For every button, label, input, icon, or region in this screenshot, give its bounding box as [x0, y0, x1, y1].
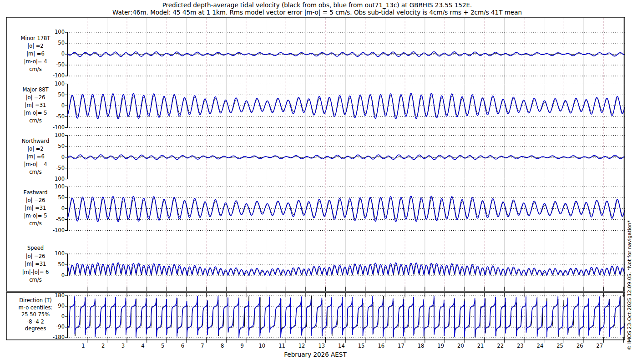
panel-label-northward-line3: |m| =6: [5, 153, 66, 161]
panel-label-minor-line4: |m-o|= 4: [5, 58, 66, 66]
panel-direction: [65, 296, 625, 338]
panel-label-major-line1: Major 88T: [5, 86, 66, 94]
panel-label-speed-line4: |m|-|o|= 6: [5, 269, 66, 277]
day-label-26: 26: [573, 343, 586, 349]
x-axis-month-label: February 2026 AEST: [156, 351, 475, 358]
tidal-velocity-figure: Predicted depth-average tidal velocity (…: [0, 0, 637, 364]
day-label-25: 25: [553, 343, 567, 349]
day-label-1: 1: [76, 343, 90, 349]
day-label-17: 17: [394, 343, 408, 349]
panel-label-direction-line1: Direction (T): [5, 297, 66, 304]
panel-label-direction-line4: -8 -4 2: [5, 318, 66, 326]
panel-label-eastward-line1: Eastward: [5, 189, 66, 197]
day-label-22: 22: [494, 343, 507, 349]
model-curve-eastward: [67, 196, 625, 222]
model-curve-major: [67, 93, 625, 119]
panel-label-major-line2: |o| =26: [5, 94, 66, 102]
day-label-19: 19: [434, 343, 448, 349]
y-tick-label-major: 100: [39, 81, 65, 87]
y-tick-label-eastward: 100: [39, 183, 65, 190]
panel-label-major-line4: |m-o|= 5: [5, 110, 66, 117]
day-label-3: 3: [116, 343, 130, 349]
panel-label-speed-line3: |m| =31: [5, 261, 66, 269]
figure-title-line1: Predicted depth-average tidal velocity (…: [6, 1, 628, 9]
day-label-23: 23: [513, 343, 527, 349]
panel-minor: [65, 32, 625, 76]
day-label-4: 4: [136, 343, 150, 349]
panel-northward: [65, 136, 625, 179]
panel-label-minor-line5: cm/s: [5, 66, 66, 74]
panel-label-northward-line1: Northward: [5, 138, 66, 146]
panel-label-direction-line3: 25 50 75%: [5, 311, 66, 318]
chart-canvas: [0, 0, 637, 364]
panel-label-speed-line2: |o| =26: [5, 253, 66, 261]
day-label-27: 27: [593, 343, 607, 349]
panel-label-direction-line5: degrees: [5, 325, 66, 333]
day-label-12: 12: [295, 343, 308, 349]
panel-major: [65, 84, 625, 128]
y-tick-label-northward: 100: [39, 132, 65, 138]
day-label-21: 21: [474, 343, 487, 349]
day-label-16: 16: [374, 343, 388, 349]
day-label-5: 5: [156, 343, 170, 349]
panel-speed: [65, 254, 625, 276]
y-tick-label-minor: 100: [39, 29, 65, 35]
panel-label-eastward-line3: |m| =31: [5, 205, 66, 212]
frame-box-velocity: [6, 17, 625, 291]
day-label-14: 14: [334, 343, 348, 349]
day-label-6: 6: [176, 343, 189, 349]
day-label-7: 7: [196, 343, 209, 349]
day-label-10: 10: [255, 343, 269, 349]
panel-label-speed-line1: Speed: [5, 245, 66, 253]
day-label-20: 20: [454, 343, 467, 349]
panel-label-minor-line3: |m| =6: [5, 51, 66, 58]
day-label-24: 24: [533, 343, 547, 349]
panel-label-minor-line2: |o| =2: [5, 43, 66, 51]
day-label-15: 15: [354, 343, 368, 349]
panel-eastward: [65, 187, 625, 231]
panel-label-northward-line2: |o| =2: [5, 146, 66, 153]
panel-label-northward-line5: cm/s: [5, 169, 66, 177]
panel-label-eastward-line5: cm/s: [5, 220, 66, 228]
panel-label-speed-line5: cm/s: [5, 277, 66, 285]
figure-title-line2: Water:46m. Model: 45 45m at 1 1km. Rms m…: [6, 9, 628, 16]
panel-label-major-line5: cm/s: [5, 117, 66, 125]
day-label-11: 11: [275, 343, 289, 349]
x-axis-ticks: [87, 287, 624, 343]
panel-label-eastward-line2: |o| =26: [5, 197, 66, 205]
copyright-watermark: © IMOS 23-Oct-2025 12:09:05. *Not for na…: [627, 16, 634, 350]
day-label-13: 13: [315, 343, 329, 349]
panel-label-direction-line2: m-o centiles:: [5, 304, 66, 312]
panel-label-major-line3: |m| =31: [5, 102, 66, 110]
day-label-8: 8: [216, 343, 229, 349]
day-label-9: 9: [235, 343, 249, 349]
day-label-18: 18: [414, 343, 428, 349]
y-tick-label-direction: -180: [39, 334, 65, 340]
day-label-2: 2: [96, 343, 110, 349]
panel-label-eastward-line4: |m-o|= 5: [5, 212, 66, 220]
panel-label-minor-line1: Minor 178T: [5, 35, 66, 43]
panel-label-northward-line4: |m-o|= 4: [5, 161, 66, 169]
